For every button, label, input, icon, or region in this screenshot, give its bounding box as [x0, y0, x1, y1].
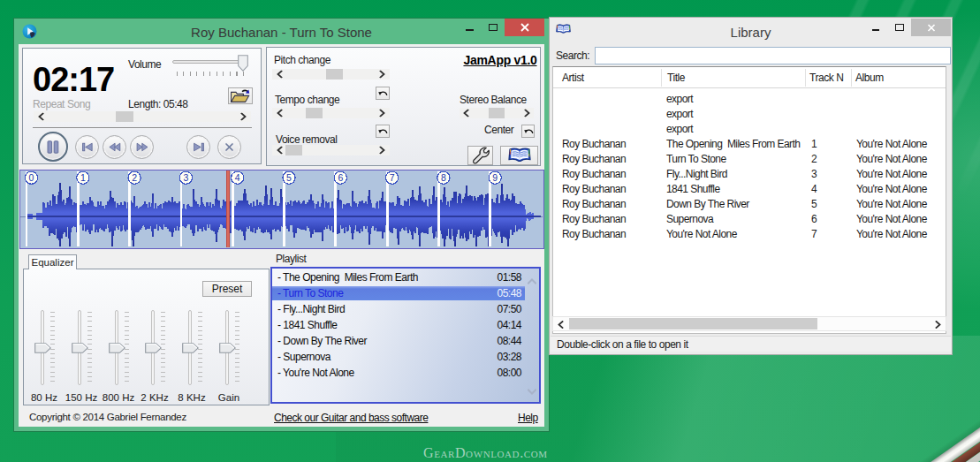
svg-text:6: 6: [338, 172, 343, 183]
svg-text:0: 0: [29, 172, 34, 183]
svg-text:5: 5: [286, 172, 292, 183]
svg-text:9: 9: [492, 172, 498, 183]
svg-text:4: 4: [235, 172, 240, 183]
svg-text:7: 7: [390, 172, 395, 183]
svg-text:1: 1: [80, 172, 86, 183]
svg-text:3: 3: [183, 172, 188, 183]
svg-text:8: 8: [441, 172, 446, 183]
svg-text:2: 2: [132, 172, 137, 183]
